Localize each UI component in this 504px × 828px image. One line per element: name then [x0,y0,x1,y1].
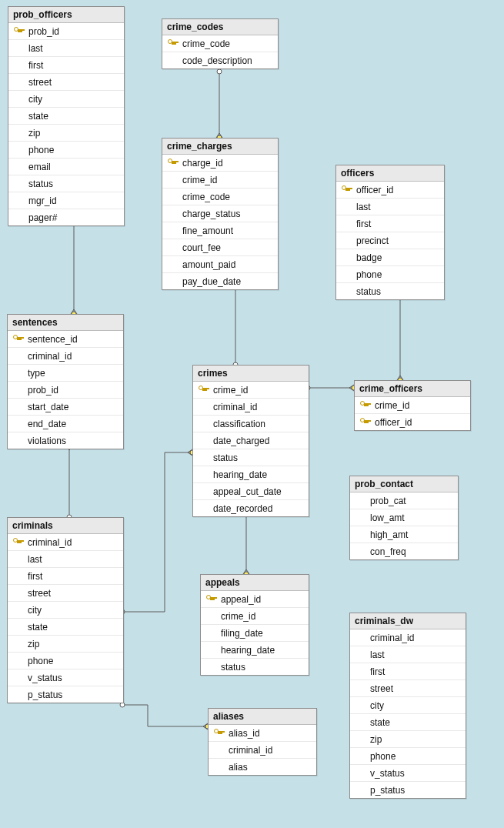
table-row[interactable]: phone [8,653,123,669]
table-row[interactable]: status [193,449,309,466]
table-title[interactable]: criminals [8,518,123,534]
table-row[interactable]: crime_id [193,382,309,399]
table-row[interactable]: crime_code [162,35,278,52]
table-row[interactable]: criminal_id [8,534,123,551]
table-prob_officers[interactable]: prob_officersprob_idlastfirststreetcitys… [8,6,125,226]
table-row[interactable]: zip [8,636,123,653]
table-row[interactable]: v_status [8,669,123,686]
table-row[interactable]: hearing_date [201,642,309,659]
table-row[interactable]: fine_amount [162,222,278,239]
table-row[interactable]: badge [336,249,444,266]
table-sentences[interactable]: sentencessentence_idcriminal_idtypeprob_… [7,314,124,449]
table-row[interactable]: first [8,568,123,585]
table-row[interactable]: phone [350,748,466,765]
table-row[interactable]: filing_date [201,625,309,642]
table-aliases[interactable]: aliasesalias_idcriminal_idalias [208,708,317,776]
table-row[interactable]: end_date [8,416,123,432]
table-row[interactable]: p_status [350,782,466,798]
table-row[interactable]: amount_paid [162,256,278,273]
table-row[interactable]: appeal_id [201,591,309,608]
table-row[interactable]: street [8,74,124,91]
table-row[interactable]: alias_id [209,725,316,742]
table-row[interactable]: officer_id [355,414,470,430]
table-criminals[interactable]: criminalscriminal_idlastfirststreetcitys… [7,517,124,703]
table-row[interactable]: violations [8,432,123,449]
table-row[interactable]: state [8,108,124,125]
table-row[interactable]: hearing_date [193,466,309,483]
table-criminals_dw[interactable]: criminals_dwcriminal_idlastfirststreetci… [349,613,466,799]
table-row[interactable]: prob_cat [350,492,458,509]
table-row[interactable]: type [8,365,123,382]
table-officers[interactable]: officersofficer_idlastfirstprecinctbadge… [335,165,445,300]
table-row[interactable]: charge_id [162,155,278,172]
table-row[interactable]: charge_status [162,205,278,222]
table-row[interactable]: crime_id [201,608,309,625]
table-row[interactable]: status [201,659,309,675]
table-row[interactable]: code_description [162,52,278,68]
table-row[interactable]: street [350,680,466,697]
table-appeals[interactable]: appealsappeal_idcrime_idfiling_dateheari… [200,574,309,676]
table-row[interactable]: sentence_id [8,331,123,348]
table-row[interactable]: crime_code [162,189,278,205]
table-row[interactable]: v_status [350,765,466,782]
table-row[interactable]: officer_id [336,182,444,199]
table-title[interactable]: prob_officers [8,7,124,23]
table-row[interactable]: high_amt [350,526,458,543]
table-row[interactable]: p_status [8,686,123,703]
table-row[interactable]: first [8,57,124,74]
table-title[interactable]: aliases [209,709,316,725]
table-row[interactable]: precinct [336,232,444,249]
table-row[interactable]: status [8,175,124,192]
table-row[interactable]: first [350,663,466,680]
table-row[interactable]: crime_id [355,397,470,414]
table-row[interactable]: city [8,602,123,619]
table-title[interactable]: officers [336,165,444,182]
table-row[interactable]: state [350,714,466,731]
table-row[interactable]: last [350,646,466,663]
table-row[interactable]: date_charged [193,432,309,449]
table-crime_officers[interactable]: crime_officerscrime_idofficer_id [354,380,471,431]
table-title[interactable]: prob_contact [350,476,458,492]
table-row[interactable]: zip [350,731,466,748]
table-row[interactable]: prob_id [8,382,123,399]
table-row[interactable]: criminal_id [209,742,316,759]
table-row[interactable]: last [8,551,123,568]
table-title[interactable]: crime_charges [162,139,278,155]
table-title[interactable]: appeals [201,575,309,591]
table-title[interactable]: criminals_dw [350,613,466,629]
table-row[interactable]: alias [209,759,316,775]
table-row[interactable]: pager# [8,209,124,225]
table-row[interactable]: criminal_id [350,629,466,646]
table-row[interactable]: last [8,40,124,57]
table-row[interactable]: prob_id [8,23,124,40]
table-crime_codes[interactable]: crime_codescrime_codecode_description [162,18,279,69]
table-row[interactable]: phone [8,142,124,159]
table-row[interactable]: date_recorded [193,500,309,516]
table-row[interactable]: start_date [8,399,123,416]
table-row[interactable]: con_freq [350,543,458,559]
table-title[interactable]: sentences [8,315,123,331]
table-row[interactable]: state [8,619,123,636]
table-row[interactable]: mgr_id [8,192,124,209]
table-row[interactable]: status [336,283,444,299]
table-title[interactable]: crime_codes [162,19,278,35]
table-title[interactable]: crimes [193,366,309,382]
table-row[interactable]: criminal_id [8,348,123,365]
table-crimes[interactable]: crimescrime_idcriminal_idclassificationd… [192,365,309,517]
table-row[interactable]: low_amt [350,509,458,526]
table-row[interactable]: court_fee [162,239,278,256]
table-row[interactable]: phone [336,266,444,283]
table-row[interactable]: last [336,199,444,215]
table-row[interactable]: city [8,91,124,108]
table-row[interactable]: email [8,159,124,175]
table-row[interactable]: street [8,585,123,602]
table-crime_charges[interactable]: crime_chargescharge_idcrime_idcrime_code… [162,138,279,290]
table-row[interactable]: first [336,215,444,232]
table-row[interactable]: crime_id [162,172,278,189]
table-row[interactable]: appeal_cut_date [193,483,309,500]
table-row[interactable]: zip [8,125,124,142]
table-row[interactable]: pay_due_date [162,273,278,289]
table-row[interactable]: criminal_id [193,399,309,416]
table-title[interactable]: crime_officers [355,381,470,397]
table-row[interactable]: classification [193,416,309,432]
